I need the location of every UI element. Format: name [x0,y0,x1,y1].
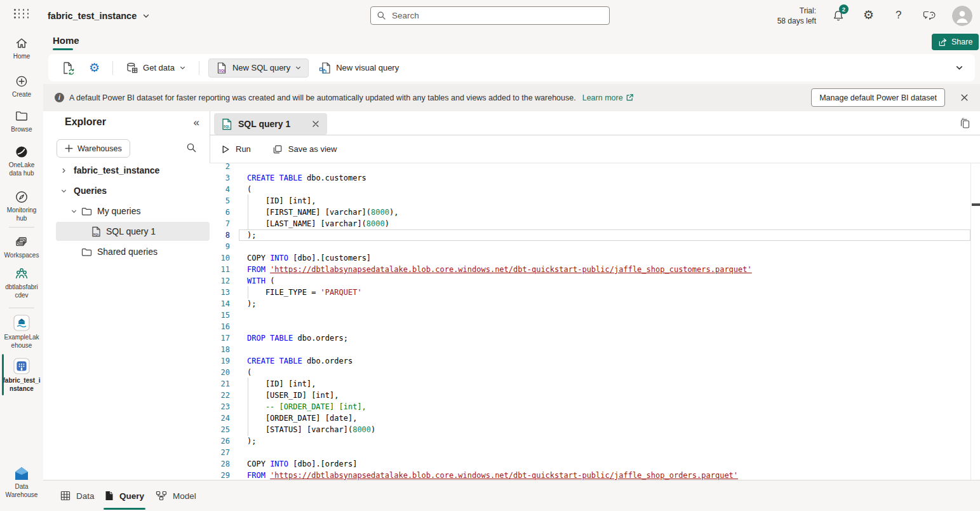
code-line-11[interactable]: 11FROM 'https://dbtlabsynapsedatalake.bl… [210,264,980,275]
new-visual-query-button[interactable]: New visual query [315,59,403,77]
code-line-2[interactable]: 2 [210,163,980,172]
code-line-28[interactable]: 28COPY INTO [dbo].[orders] [210,458,980,470]
ribbon-toolbar: ⚙ Get data SQL New SQL query New visual … [48,54,975,81]
rail-item-examplelakehouse[interactable]: ExampleLakehouse [0,315,43,350]
settings-gear-icon[interactable]: ⚙ [863,9,874,21]
share-button[interactable]: Share [932,34,979,50]
line-number: 22 [210,391,238,400]
chevron-down-icon [179,64,186,71]
close-tab-icon[interactable] [312,120,319,128]
code-line-10[interactable]: 10COPY INTO [dbo].[customers] [210,252,980,264]
code-line-24[interactable]: 24 [ORDER_DATE] [date], [210,412,980,424]
code-line-9[interactable]: 9 [210,241,980,252]
rail-item-onelake-data-hub[interactable]: OneLakedata hub [0,145,43,177]
banner-close-icon[interactable] [958,91,971,104]
help-button[interactable]: ? [896,9,901,22]
trial-status[interactable]: Trial: 58 days left [759,6,816,26]
new-sql-query-button[interactable]: SQL New SQL query [208,58,309,78]
learn-more-link[interactable]: Learn more [582,93,634,102]
overview-ruler-cursor-mark [972,203,980,206]
collapse-panel-icon[interactable]: « [194,116,199,129]
code-line-3[interactable]: 3CREATE TABLE dbo.customers [210,172,980,184]
editor-scrollbar[interactable] [970,163,971,480]
rail-item-browse[interactable]: Browse [0,109,43,133]
view-tab-query[interactable]: Query [105,480,144,511]
code-line-14[interactable]: 14); [210,298,980,310]
rail-item-workspaces[interactable]: Workspaces [0,235,43,259]
lakehouse-icon [0,315,43,331]
tree-item-my-queries[interactable]: My queries [56,201,210,221]
code-line-26[interactable]: 26); [210,435,980,447]
code-line-13[interactable]: 13 FILE_TYPE = 'PARQUET' [210,287,980,298]
manage-default-dataset-button[interactable]: Manage default Power BI dataset [811,88,945,107]
save-as-view-icon [272,144,283,154]
code-line-29[interactable]: 29FROM 'https://dbtlabsynapsedatalake.bl… [210,470,980,480]
search-input[interactable] [391,10,603,21]
rail-item-data-warehouse[interactable]: DataWarehouse [0,466,43,499]
view-tab-data[interactable]: Data [60,480,95,511]
rail-item-fabric-test-instance[interactable]: fabric_test_instance [0,358,43,393]
run-button[interactable]: Run [221,144,251,154]
tree-item-sql-query-1[interactable]: SQLSQL query 1 [56,222,210,241]
feedback-icon[interactable] [923,10,937,22]
code-line-21[interactable]: 21 [ID] [int], [210,378,980,390]
code-line-5[interactable]: 5 [ID] [int], [210,195,980,207]
chevron-right-icon[interactable] [58,167,69,174]
settings-button[interactable]: ⚙ [85,59,104,76]
workspace-switcher[interactable]: fabric_test_instance [48,0,150,32]
tree-item-queries[interactable]: Queries [56,181,210,200]
tree-item-shared-queries[interactable]: Shared queries [56,242,210,261]
share-icon [938,37,948,47]
code-line-18[interactable]: 18 [210,344,980,355]
monitoring-icon [0,190,43,204]
code-line-7[interactable]: 7 [LAST_NAME] [varchar](8000) [210,218,980,229]
code-line-4[interactable]: 4( [210,184,980,195]
rail-item-home[interactable]: Home [0,36,43,60]
code-line-22[interactable]: 22 [USER_ID] [int], [210,390,980,401]
sql-code-editor[interactable]: 23CREATE TABLE dbo.customers4(5 [ID] [in… [210,163,980,480]
svg-text:SQL: SQL [93,232,99,235]
warehouse-icon [0,358,43,374]
model-diagram-icon [156,491,167,501]
new-item-button[interactable] [57,58,79,78]
save-as-view-button[interactable]: Save as view [272,144,337,154]
get-data-button[interactable]: Get data [122,59,190,77]
nav-rail: HomeCreateBrowseOneLakedata hubMonitorin… [0,32,43,511]
chevron-down-icon[interactable] [69,208,79,215]
chevron-down-icon[interactable] [58,187,69,194]
code-line-16[interactable]: 16 [210,321,980,332]
explorer-search-icon[interactable] [186,142,197,153]
code-line-27[interactable]: 27 [210,447,980,458]
run-play-icon [221,145,230,154]
code-line-25[interactable]: 25 [STATUS] [varchar](8000) [210,424,980,435]
query-tab-sql-query-1[interactable]: SQL SQL query 1 [214,113,327,135]
explorer-panel: Explorer « Warehouses fabric_test_instan… [51,111,210,480]
line-number: 20 [210,368,238,377]
code-line-6[interactable]: 6 [FIRST_NAME] [varchar](8000), [210,207,980,218]
app-launcher-icon[interactable] [14,9,29,18]
code-line-23[interactable]: 23 -- [ORDER_DATE] [int], [210,401,980,412]
view-tab-model[interactable]: Model [156,480,196,511]
query-tab-row: SQL SQL query 1 [210,111,980,135]
new-warehouse-button[interactable]: Warehouses [57,139,130,158]
rail-divider [9,308,34,308]
rail-item-create[interactable]: Create [0,74,43,99]
rail-item-dbtlabsfabricdev[interactable]: dbtlabsfabricdev [0,267,43,299]
ribbon-tab-home[interactable]: Home [53,35,79,46]
rail-item-monitoring-hub[interactable]: Monitoringhub [0,190,43,222]
tree-item-fabric-test-instance[interactable]: fabric_test_instance [56,161,210,180]
code-line-12[interactable]: 12WITH ( [210,275,980,287]
code-line-19[interactable]: 19CREATE TABLE dbo.orders [210,355,980,367]
query-area: SQL SQL query 1 Run [210,111,980,480]
code-line-17[interactable]: 17DROP TABLE dbo.orders; [210,332,980,344]
collapse-ribbon-chevron[interactable] [955,64,963,72]
global-search [370,6,610,25]
workspace-people-icon [0,267,43,281]
sql-file-icon: SQL [91,226,101,237]
line-number: 15 [210,311,238,320]
code-line-15[interactable]: 15 [210,310,980,321]
copy-icon[interactable] [959,118,970,129]
code-line-8[interactable]: 8); [210,229,980,241]
account-avatar[interactable] [952,6,972,26]
code-line-20[interactable]: 20( [210,367,980,378]
